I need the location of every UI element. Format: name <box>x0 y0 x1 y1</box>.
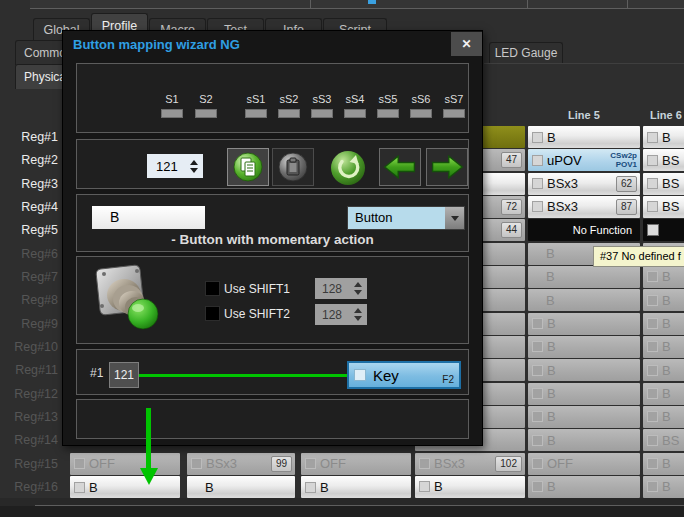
column-header-line5: Line 5 <box>528 109 640 123</box>
grid-cell[interactable]: B <box>301 476 411 498</box>
grid-cell[interactable]: BSx3 62 <box>528 173 640 195</box>
register-label: Reg#15 <box>0 453 60 476</box>
cell-indicator <box>647 295 658 306</box>
cell-subtext-top: CSw2p <box>610 151 637 160</box>
grid-cell[interactable]: uPOV CSw2p POV1 <box>528 149 640 171</box>
dialog-title: Button mapping wizard NG <box>73 37 240 52</box>
grid-cell[interactable]: OFF <box>70 453 180 475</box>
grid-cell[interactable]: B <box>528 383 640 405</box>
grid-cell[interactable]: B <box>187 476 295 498</box>
grid-cell[interactable]: B <box>643 289 684 311</box>
cell-label: B <box>662 363 671 378</box>
grid-cell[interactable]: B <box>643 383 684 405</box>
mapping-connector-line <box>139 374 347 377</box>
cell-indicator <box>532 341 543 352</box>
chevron-down-icon[interactable] <box>445 207 464 229</box>
key-action-button[interactable]: Key F2 <box>347 361 461 389</box>
shift2-value: 128 <box>315 308 352 322</box>
cell-indicator <box>532 201 543 212</box>
cell-label: OFF <box>547 456 573 471</box>
grid-cell[interactable]: B <box>643 453 684 475</box>
toolbar-divider <box>527 0 528 8</box>
button-name-input[interactable]: B <box>92 206 205 229</box>
grid-cell[interactable]: B <box>643 126 684 148</box>
grid-cell[interactable]: B <box>643 476 684 498</box>
cell-indicator <box>532 155 543 166</box>
grid-cell[interactable] <box>643 219 684 241</box>
grid-cell[interactable]: B <box>643 336 684 358</box>
reset-icon <box>329 149 367 187</box>
copy-button[interactable] <box>227 148 269 186</box>
cell-label: uPOV <box>547 153 582 168</box>
spinner-up-icon[interactable] <box>190 160 198 165</box>
grid-cell[interactable]: OFF <box>301 453 411 475</box>
cell-indicator <box>532 411 543 422</box>
use-shift1-checkbox[interactable] <box>205 281 220 296</box>
grid-cell[interactable]: BSx3 99 <box>187 453 295 475</box>
grid-column-line2: BSx3 99 B <box>187 453 295 500</box>
spinner-down-icon[interactable] <box>190 168 198 173</box>
grid-cell[interactable]: B <box>528 313 640 335</box>
register-label: Reg#9 <box>0 313 60 336</box>
grid-cell[interactable]: B <box>643 359 684 381</box>
shift-led-indicator <box>377 109 399 118</box>
spinner-updown-icons[interactable] <box>188 160 200 173</box>
next-button[interactable] <box>426 148 468 186</box>
grid-column-line6: B BS BS BS B B B <box>643 126 684 499</box>
cell-label: B <box>662 409 671 424</box>
shift2-value-spinner[interactable]: 128 <box>315 304 367 325</box>
grid-cell[interactable]: BSx3 87 <box>528 196 640 218</box>
grid-cell[interactable]: B <box>528 406 640 428</box>
paste-button[interactable] <box>272 148 314 186</box>
spinner-down-icon[interactable] <box>354 316 362 321</box>
key-indicator <box>354 369 366 381</box>
grid-cell[interactable]: B <box>643 313 684 335</box>
grid-cell[interactable]: B <box>528 429 640 451</box>
spinner-down-icon[interactable] <box>354 290 362 295</box>
cell-label: OFF <box>320 456 346 471</box>
grid-cell[interactable]: B <box>528 126 640 148</box>
shift-led: sS1 <box>244 93 268 118</box>
grid-cell[interactable]: B <box>528 336 640 358</box>
grid-cell[interactable]: B <box>528 359 640 381</box>
previous-button[interactable] <box>379 148 421 186</box>
grid-cell[interactable]: No Function <box>528 219 640 241</box>
tab-led-gauge[interactable]: LED Gauge <box>489 42 563 63</box>
shift-led-label: sS7 <box>442 93 466 105</box>
shift-led-indicator <box>344 109 366 118</box>
close-button[interactable]: ✕ <box>451 32 482 56</box>
grid-cell[interactable]: BS <box>643 173 684 195</box>
shift1-value-spinner[interactable]: 128 <box>315 278 367 299</box>
function-type-select[interactable]: Button <box>347 206 465 230</box>
cell-indicator <box>647 318 658 329</box>
cell-label: B <box>547 339 556 354</box>
shift-led-label: sS1 <box>244 93 268 105</box>
grid-cell[interactable]: B <box>415 476 525 498</box>
grid-cell[interactable]: BS <box>643 429 684 451</box>
function-type-description: - Button with momentary action <box>77 232 468 247</box>
reset-button[interactable] <box>328 149 368 187</box>
grid-cell[interactable]: B <box>528 266 640 288</box>
grid-cell[interactable]: BS <box>643 196 684 218</box>
use-shift2-checkbox[interactable] <box>205 306 220 321</box>
grid-cell[interactable]: B <box>528 289 640 311</box>
window-bottom-strip <box>0 498 684 517</box>
tabbar-baseline <box>484 63 684 64</box>
register-labels: Reg#1Reg#2Reg#3Reg#4Reg#5Reg#6Reg#7Reg#8… <box>0 126 60 499</box>
button-type-panel: B Button - Button with momentary action <box>76 194 469 252</box>
grid-cell[interactable]: B <box>70 476 180 498</box>
arrow-left-icon <box>382 152 418 182</box>
shift-led-label: sS4 <box>343 93 367 105</box>
grid-cell[interactable]: BSx3 102 <box>415 453 525 475</box>
shift1-value: 128 <box>315 282 352 296</box>
button-number-spinner[interactable]: 121 <box>147 154 203 178</box>
paste-icon <box>277 151 309 183</box>
grid-cell[interactable]: BS <box>643 149 684 171</box>
spinner-up-icon[interactable] <box>354 282 362 287</box>
spinner-up-icon[interactable] <box>354 308 362 313</box>
grid-cell[interactable]: B <box>528 476 640 498</box>
grid-cell[interactable]: B <box>643 266 684 288</box>
grid-cell[interactable]: B <box>643 406 684 428</box>
grid-cell[interactable]: OFF <box>528 453 640 475</box>
register-label: Reg#10 <box>0 336 60 359</box>
